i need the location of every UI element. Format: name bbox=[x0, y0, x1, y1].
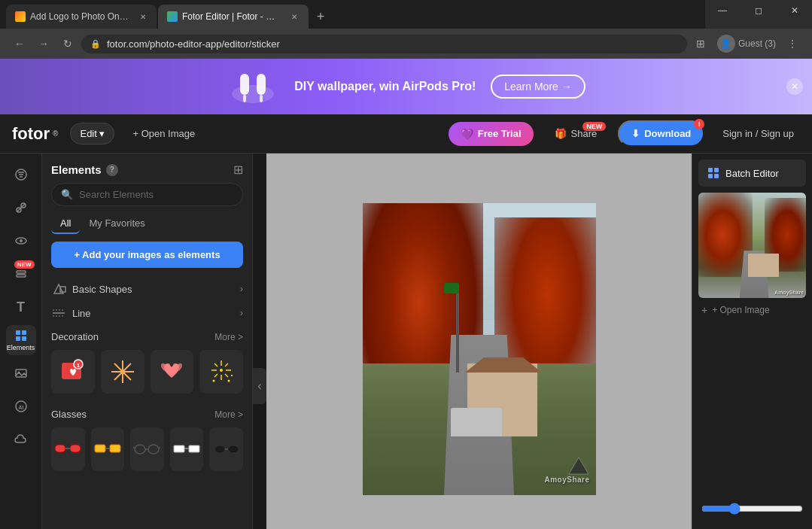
logo-sup: ® bbox=[53, 129, 58, 138]
decoration-header: Decoration More > bbox=[42, 325, 252, 347]
deco-item-3[interactable] bbox=[151, 350, 194, 394]
panel-collapse-button[interactable]: ‹ bbox=[253, 368, 266, 404]
heart-notification-icon: 1 bbox=[58, 357, 88, 387]
tab-close-2[interactable]: ✕ bbox=[289, 11, 300, 23]
svg-point-60 bbox=[148, 445, 159, 454]
tab-all[interactable]: All bbox=[51, 214, 80, 234]
sign-pole bbox=[456, 285, 459, 372]
svg-rect-74 bbox=[714, 174, 719, 178]
sidebar-item-text[interactable]: T bbox=[6, 292, 36, 322]
minimize-button[interactable]: — bbox=[705, 0, 740, 21]
maximize-button[interactable]: ◻ bbox=[741, 0, 776, 21]
elements-search-input[interactable] bbox=[79, 189, 233, 200]
tab-favorites[interactable]: My Favorites bbox=[80, 214, 154, 234]
svg-point-0 bbox=[232, 85, 274, 103]
sidebar-item-ai[interactable]: AI bbox=[6, 391, 36, 421]
back-button[interactable]: ← bbox=[9, 33, 30, 54]
batch-editor-button[interactable]: Batch Editor bbox=[698, 160, 806, 187]
sidebar-item-filters[interactable] bbox=[6, 160, 36, 190]
deco-item-2[interactable] bbox=[101, 350, 144, 394]
forward-button[interactable]: → bbox=[33, 33, 54, 54]
glasses-icon-4 bbox=[173, 441, 200, 458]
profile-button[interactable]: 👤 Guest (3) bbox=[717, 35, 776, 53]
sidebar-item-elements[interactable]: Elements bbox=[6, 325, 36, 355]
svg-rect-52 bbox=[70, 445, 81, 452]
canvas-image: AmoyShare bbox=[363, 203, 596, 495]
edit-button[interactable]: Edit ▾ bbox=[70, 123, 114, 144]
batch-editor-label: Batch Editor bbox=[725, 168, 779, 179]
svg-rect-13 bbox=[17, 271, 26, 273]
close-window-button[interactable]: ✕ bbox=[777, 0, 812, 21]
glasses-item-2[interactable] bbox=[91, 427, 125, 471]
profile-label: Guest (3) bbox=[738, 38, 776, 49]
canvas-content[interactable]: AmoyShare bbox=[266, 154, 692, 529]
line-section[interactable]: Line › bbox=[42, 301, 252, 325]
share-button[interactable]: 🎁 Share NEW bbox=[546, 123, 607, 144]
download-button[interactable]: ⬇ Download ! bbox=[618, 120, 704, 147]
cloud-icon bbox=[14, 433, 28, 446]
basic-shapes-section[interactable]: Basic Shapes › bbox=[42, 277, 252, 301]
browser-tab-1[interactable]: Add Logo to Photo Online for... ✕ bbox=[6, 5, 157, 29]
tab-favicon-1 bbox=[15, 11, 26, 22]
svg-rect-72 bbox=[714, 168, 719, 172]
filters-icon bbox=[14, 168, 28, 181]
help-icon[interactable]: ? bbox=[106, 164, 118, 176]
sidebar-item-photos[interactable] bbox=[6, 358, 36, 388]
new-tab-button[interactable]: + bbox=[310, 6, 331, 27]
sidebar-item-retouch[interactable] bbox=[6, 193, 36, 223]
elements-icon bbox=[14, 329, 28, 342]
svg-rect-3 bbox=[243, 95, 246, 102]
thumbnail-area[interactable]: AmoyShare bbox=[698, 193, 806, 298]
glasses-item-3[interactable] bbox=[130, 427, 164, 471]
glasses-item-5[interactable] bbox=[209, 427, 243, 471]
sidebar-item-layers[interactable]: NEW bbox=[6, 259, 36, 289]
address-bar[interactable]: 🔒 fotor.com/photo-editor-app/editor/stic… bbox=[81, 35, 687, 53]
sparkle-icon bbox=[108, 357, 138, 387]
svg-point-59 bbox=[135, 445, 145, 454]
extensions-button[interactable]: ⊞ bbox=[690, 33, 711, 54]
elements-panel: Elements ? ⊞ 🔍 All My Favorites + Add yo… bbox=[42, 154, 253, 529]
sidebar: NEW T Elements AI bbox=[0, 154, 42, 529]
sidebar-item-eye[interactable] bbox=[6, 226, 36, 256]
tab-close-1[interactable]: ✕ bbox=[138, 11, 147, 23]
hearts-icon bbox=[157, 357, 187, 387]
sign-in-button[interactable]: Sign in / Sign up bbox=[716, 123, 800, 144]
settings-button[interactable]: ⋮ bbox=[782, 33, 803, 54]
download-icon: ⬇ bbox=[631, 128, 640, 139]
text-icon: T bbox=[17, 299, 25, 315]
glasses-item-4[interactable] bbox=[170, 427, 204, 471]
tab-label-2: Fotor Editor | Fotor - Online... bbox=[182, 11, 281, 22]
decoration-more-link[interactable]: More > bbox=[214, 332, 243, 342]
open-image-label: + Open Image bbox=[132, 128, 195, 139]
svg-rect-1 bbox=[240, 74, 249, 95]
svg-line-57 bbox=[94, 447, 95, 448]
glasses-items bbox=[42, 424, 252, 474]
banner-close-button[interactable]: ✕ bbox=[786, 78, 803, 95]
photos-icon bbox=[14, 366, 28, 380]
svg-rect-64 bbox=[174, 445, 184, 452]
glasses-icon-2 bbox=[94, 441, 121, 458]
browser-tab-2[interactable]: Fotor Editor | Fotor - Online... ✕ bbox=[158, 5, 309, 29]
learn-more-button[interactable]: Learn More → bbox=[491, 74, 585, 99]
fireworks-icon bbox=[206, 357, 236, 387]
deco-item-4[interactable] bbox=[199, 350, 243, 394]
free-trial-button[interactable]: 💜 Free Trial bbox=[449, 122, 534, 146]
grid-view-icon[interactable]: ⊞ bbox=[233, 163, 243, 177]
open-image-button[interactable]: + Open Image bbox=[126, 123, 201, 144]
lock-icon: 🔒 bbox=[90, 39, 101, 49]
elements-tabs: All My Favorites bbox=[42, 214, 252, 234]
svg-rect-51 bbox=[55, 445, 65, 452]
svg-rect-14 bbox=[17, 275, 26, 277]
refresh-button[interactable]: ↻ bbox=[57, 33, 78, 54]
glasses-item-1[interactable] bbox=[51, 427, 85, 471]
open-image-right-button[interactable]: + + Open Image bbox=[692, 298, 812, 322]
zoom-slider[interactable] bbox=[701, 503, 803, 515]
svg-rect-65 bbox=[189, 445, 199, 452]
svg-point-49 bbox=[213, 380, 215, 382]
sidebar-item-cloud[interactable] bbox=[6, 424, 36, 455]
decoration-title: Decoration bbox=[51, 331, 99, 342]
deco-item-1[interactable]: 1 bbox=[51, 350, 95, 394]
glasses-more-link[interactable]: More > bbox=[214, 409, 243, 420]
watermark-logo-triangle bbox=[567, 456, 590, 476]
add-elements-button[interactable]: + Add your images as elements bbox=[51, 242, 243, 268]
